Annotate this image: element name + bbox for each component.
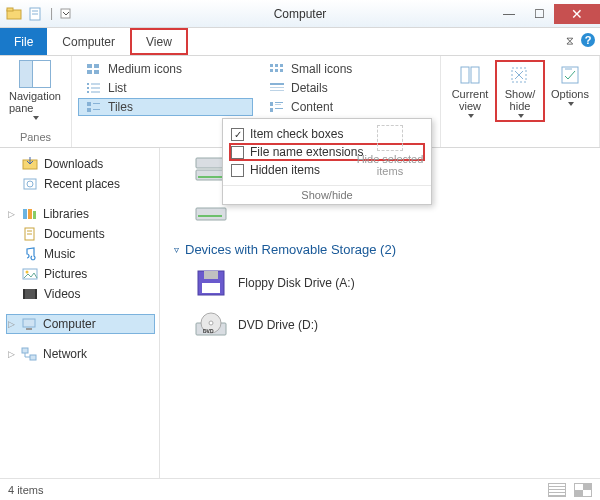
- details-view-button[interactable]: [548, 483, 566, 497]
- tree-documents[interactable]: Documents: [20, 224, 155, 244]
- item-count: 4 items: [8, 484, 43, 496]
- status-bar: 4 items: [0, 478, 600, 500]
- svg-rect-30: [93, 109, 100, 110]
- svg-rect-63: [198, 215, 222, 217]
- tree-downloads[interactable]: Downloads: [20, 154, 155, 174]
- tree-videos[interactable]: Videos: [20, 284, 155, 304]
- tree-libraries[interactable]: ▷Libraries: [6, 204, 155, 224]
- minimize-ribbon-icon[interactable]: ⧖: [566, 34, 574, 47]
- svg-rect-18: [87, 83, 89, 85]
- svg-rect-34: [270, 108, 273, 112]
- window-title: Computer: [274, 7, 327, 21]
- svg-rect-10: [87, 70, 92, 74]
- navigation-pane-icon: [19, 60, 51, 88]
- floppy-drive-item[interactable]: Floppy Disk Drive (A:): [170, 265, 590, 307]
- checkbox-checked-icon: ✓: [231, 128, 244, 141]
- tab-computer[interactable]: Computer: [47, 28, 130, 55]
- svg-rect-11: [94, 70, 99, 74]
- tree-recent-places[interactable]: Recent places: [20, 174, 155, 194]
- options-icon: [558, 64, 582, 86]
- ribbon-tabs: File Computer View ⧖ ?: [0, 28, 600, 56]
- hide-selected-icon: [377, 125, 403, 151]
- svg-rect-35: [275, 108, 283, 109]
- svg-rect-52: [23, 289, 37, 299]
- tree-pictures[interactable]: Pictures: [20, 264, 155, 284]
- svg-rect-62: [196, 208, 226, 220]
- qat-separator: |: [50, 6, 53, 22]
- show-hide-dropdown: ✓ Item check boxes File name extensions …: [222, 118, 432, 205]
- svg-rect-45: [28, 209, 32, 219]
- minimize-button[interactable]: —: [494, 4, 524, 24]
- chevron-down-icon: ▿: [174, 244, 179, 255]
- svg-rect-29: [87, 108, 91, 112]
- svg-rect-28: [93, 103, 100, 104]
- hide-selected-items-button: Hide selected items: [355, 125, 425, 177]
- checkbox-empty-icon: [231, 146, 244, 159]
- svg-rect-27: [87, 102, 91, 106]
- show-hide-icon: [508, 64, 532, 86]
- svg-rect-54: [35, 289, 37, 299]
- dropdown-footer: Show/hide: [223, 185, 431, 204]
- svg-rect-21: [91, 88, 100, 89]
- svg-rect-44: [23, 209, 27, 219]
- dvd-icon: DVD: [194, 311, 228, 339]
- svg-rect-14: [280, 64, 283, 67]
- svg-rect-8: [87, 64, 92, 68]
- svg-rect-5: [61, 9, 70, 18]
- layout-medium-icons[interactable]: Medium icons: [78, 60, 253, 78]
- svg-rect-55: [23, 319, 35, 327]
- options-button[interactable]: Options: [545, 60, 595, 122]
- svg-rect-16: [275, 69, 278, 72]
- layout-list[interactable]: List: [78, 79, 253, 97]
- svg-rect-66: [202, 283, 220, 293]
- svg-rect-22: [87, 91, 89, 93]
- maximize-button[interactable]: ☐: [524, 4, 554, 24]
- svg-rect-60: [198, 176, 222, 178]
- svg-rect-65: [204, 271, 218, 279]
- svg-rect-17: [280, 69, 283, 72]
- close-button[interactable]: ✕: [554, 4, 600, 24]
- tree-music[interactable]: Music: [20, 244, 155, 264]
- svg-rect-37: [471, 67, 479, 83]
- svg-rect-25: [270, 87, 284, 88]
- layout-tiles[interactable]: Tiles: [78, 98, 253, 116]
- tree-network[interactable]: ▷Network: [6, 344, 155, 364]
- svg-rect-56: [26, 328, 32, 330]
- svg-text:DVD: DVD: [203, 328, 214, 334]
- tree-computer[interactable]: ▷Computer: [6, 314, 155, 334]
- svg-rect-32: [275, 102, 283, 103]
- svg-rect-24: [270, 83, 284, 85]
- group-panes-label: Panes: [6, 129, 65, 143]
- layout-small-icons[interactable]: Small icons: [261, 60, 434, 78]
- svg-rect-19: [91, 84, 100, 85]
- svg-rect-53: [23, 289, 25, 299]
- svg-rect-20: [87, 87, 89, 89]
- svg-rect-31: [270, 102, 273, 106]
- svg-rect-23: [91, 92, 100, 93]
- removable-storage-section[interactable]: ▿ Devices with Removable Storage (2): [170, 236, 590, 265]
- folder-icon: [6, 6, 22, 22]
- floppy-icon: [194, 269, 228, 297]
- show-hide-button[interactable]: Show/ hide: [495, 60, 545, 122]
- layout-details[interactable]: Details: [261, 79, 434, 97]
- properties-icon[interactable]: [28, 6, 44, 22]
- layout-gallery: Medium icons Small icons List Details Ti…: [78, 60, 434, 116]
- qat-dropdown-icon[interactable]: [59, 6, 75, 22]
- tab-view[interactable]: View: [130, 28, 188, 55]
- current-view-icon: [458, 64, 482, 86]
- layout-content[interactable]: Content: [261, 98, 434, 116]
- tab-file[interactable]: File: [0, 28, 47, 55]
- dvd-drive-item[interactable]: DVD DVD Drive (D:): [170, 307, 590, 349]
- svg-rect-15: [270, 69, 273, 72]
- tiles-view-button[interactable]: [574, 483, 592, 497]
- svg-point-51: [26, 271, 29, 274]
- help-icon[interactable]: ?: [580, 32, 596, 48]
- current-view-button[interactable]: Current view: [445, 60, 495, 122]
- svg-rect-57: [22, 348, 28, 353]
- svg-point-69: [209, 321, 213, 325]
- navigation-pane-button[interactable]: Navigation pane: [6, 60, 64, 120]
- svg-rect-9: [94, 64, 99, 68]
- svg-rect-26: [270, 90, 284, 91]
- svg-rect-36: [461, 67, 469, 83]
- svg-rect-13: [275, 64, 278, 67]
